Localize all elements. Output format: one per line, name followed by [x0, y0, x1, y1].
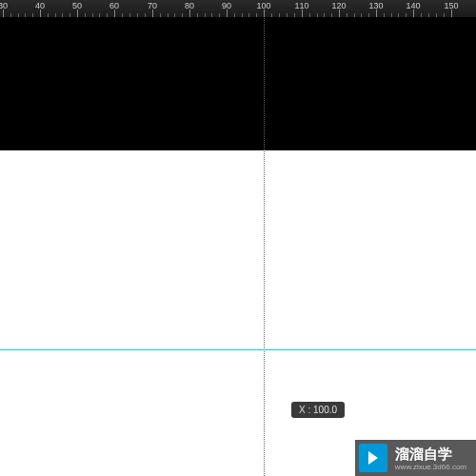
ruler-tick-minor — [205, 13, 206, 17]
ruler-tick-minor — [354, 13, 355, 17]
tooltip-text: X : 100.0 — [299, 405, 337, 415]
ruler-tick-major — [227, 10, 228, 17]
ruler-tick-minor — [107, 13, 108, 17]
ruler-tick-minor — [18, 13, 19, 17]
ruler-tick-minor — [294, 13, 295, 17]
watermark: 溜溜自学 www.zixue.3d66.com — [355, 440, 476, 476]
ruler-label: 120 — [331, 1, 346, 10]
ruler-tick-minor — [69, 13, 70, 17]
ruler-tick-major — [77, 10, 78, 17]
ruler-label: 40 — [35, 1, 45, 10]
ruler-tick-minor — [55, 13, 56, 17]
ruler-tick-minor — [287, 13, 288, 17]
ruler-label: 140 — [406, 1, 420, 10]
canvas-black-region — [0, 17, 476, 150]
position-tooltip: X : 100.0 — [291, 402, 345, 418]
ruler-tick-minor — [391, 13, 392, 17]
ruler-tick-minor — [444, 13, 445, 17]
ruler-tick-minor — [48, 13, 49, 17]
ruler-tick-major — [264, 10, 265, 17]
vertical-guide[interactable] — [264, 0, 265, 476]
ruler-tick-minor — [271, 13, 272, 17]
ruler-tick-major — [3, 10, 4, 17]
ruler-tick-minor — [168, 13, 169, 17]
ruler-tick-minor — [10, 13, 11, 17]
ruler-label: 60 — [109, 1, 119, 10]
ruler-label: 100 — [256, 1, 270, 10]
ruler-tick-major — [413, 10, 414, 17]
ruler-tick-minor — [436, 13, 437, 17]
ruler-tick-minor — [317, 13, 318, 17]
ruler-tick-minor — [92, 13, 93, 17]
ruler-tick-minor — [324, 13, 325, 17]
ruler-tick-minor — [398, 13, 399, 17]
ruler-tick-minor — [368, 13, 369, 17]
ruler-label: 70 — [148, 1, 157, 10]
ruler-label: 80 — [185, 1, 194, 10]
ruler-tick-major — [451, 10, 452, 17]
ruler-label: 150 — [444, 1, 458, 10]
horizontal-guide[interactable] — [0, 349, 476, 350]
ruler-label: 90 — [222, 1, 231, 10]
ruler-label: 50 — [72, 1, 82, 10]
ruler-tick-minor — [428, 13, 429, 17]
ruler-tick-major — [114, 10, 115, 17]
ruler-tick-major — [152, 10, 153, 17]
ruler-tick-minor — [32, 13, 33, 17]
ruler-tick-minor — [309, 13, 310, 17]
ruler-label: 110 — [294, 1, 308, 10]
ruler-tick-minor — [182, 13, 183, 17]
ruler-tick-minor — [99, 13, 100, 17]
ruler-tick-major — [40, 10, 41, 17]
play-icon — [359, 444, 387, 472]
watermark-title: 溜溜自学 — [395, 446, 452, 462]
watermark-subtitle: www.zixue.3d66.com — [395, 463, 466, 471]
ruler-tick-minor — [197, 13, 198, 17]
ruler-tick-minor — [384, 13, 385, 17]
ruler-tick-minor — [145, 13, 146, 17]
ruler-tick-minor — [211, 13, 212, 17]
ruler-tick-minor — [421, 13, 422, 17]
ruler-tick-minor — [174, 13, 175, 17]
ruler-tick-minor — [331, 13, 332, 17]
ruler-tick-minor — [219, 13, 220, 17]
ruler-tick-minor — [122, 13, 123, 17]
ruler-tick-minor — [137, 13, 138, 17]
ruler-tick-major — [376, 10, 377, 17]
ruler-tick-minor — [361, 13, 362, 17]
ruler-tick-minor — [62, 13, 63, 17]
ruler-tick-minor — [25, 13, 26, 17]
ruler-label: 30 — [0, 1, 8, 10]
ruler-tick-minor — [406, 13, 407, 17]
ruler-tick-major — [339, 10, 340, 17]
ruler-tick-minor — [248, 13, 249, 17]
ruler-tick-minor — [256, 13, 257, 17]
ruler-tick-major — [189, 10, 190, 17]
ruler-tick-minor — [234, 13, 235, 17]
ruler-tick-minor — [279, 13, 280, 17]
ruler-tick-minor — [160, 13, 161, 17]
canvas-area[interactable] — [0, 17, 476, 476]
ruler-label: 130 — [368, 1, 383, 10]
horizontal-ruler[interactable]: 30405060708090100110120130140150 — [0, 0, 476, 17]
ruler-tick-minor — [347, 13, 347, 17]
ruler-tick-minor — [85, 13, 86, 17]
ruler-tick-minor — [242, 13, 243, 17]
ruler-tick-major — [302, 10, 303, 17]
ruler-tick-minor — [129, 13, 130, 17]
